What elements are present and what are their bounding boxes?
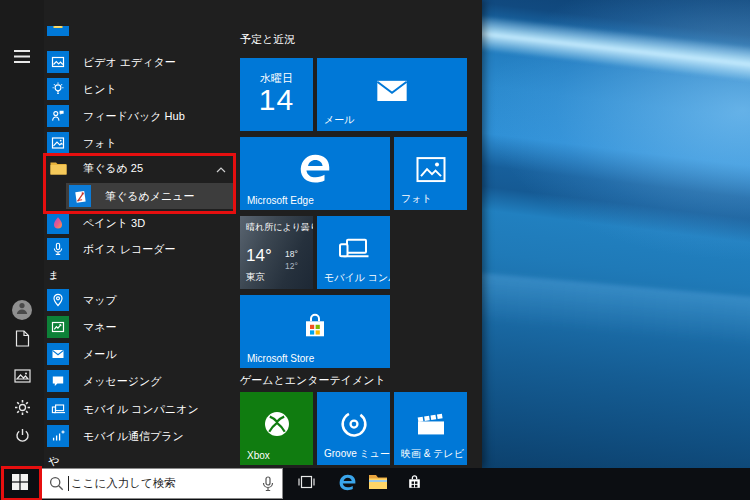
store-taskbar-button[interactable] <box>402 468 427 500</box>
feedback-hub-icon <box>47 105 69 127</box>
tile-xbox[interactable]: Xbox <box>240 392 313 465</box>
app-item-messaging[interactable]: メッセージング <box>44 368 236 394</box>
app-item-label: モバイル通信プラン <box>83 429 184 444</box>
app-item-photos[interactable]: フォト <box>44 130 236 156</box>
search-placeholder: ここに入力して検索 <box>71 476 176 491</box>
microphone-icon[interactable] <box>262 476 274 492</box>
store-bag-icon <box>299 312 331 346</box>
app-item-mobile-companion[interactable]: モバイル コンパニオン <box>44 396 236 422</box>
taskbar: ここに入力して検索 <box>0 468 750 500</box>
app-item-label: メッセージング <box>83 374 162 389</box>
app-item-label: マネー <box>83 320 117 335</box>
xbox-logo-icon <box>261 408 293 444</box>
tile-label: 映画 & テレビ <box>401 447 464 461</box>
weather-city: 東京 <box>246 271 265 284</box>
tile-weather[interactable]: 晴れ所により曇り 14° 18° 12° 東京 <box>240 216 313 289</box>
cropped-app-icon <box>47 26 69 36</box>
edge-taskbar-button[interactable] <box>335 468 360 500</box>
folder-icon <box>47 157 69 179</box>
tile-calendar[interactable]: 水曜日 14 <box>240 58 313 131</box>
weather-temp: 14° <box>246 246 272 266</box>
task-view-button[interactable] <box>294 468 319 500</box>
messaging-icon <box>47 370 69 392</box>
chevron-up-icon <box>216 159 226 177</box>
paint-3d-icon <box>47 212 69 234</box>
app-item-label: モバイル コンパニオン <box>83 402 199 417</box>
section-header-ma[interactable]: ま <box>48 262 59 288</box>
tips-icon <box>47 78 69 100</box>
app-item-maps[interactable]: マップ <box>44 287 236 313</box>
file-explorer-button[interactable] <box>365 468 390 500</box>
app-item-video-editor[interactable]: ビデオ エディター <box>44 49 236 75</box>
section-header-ya[interactable]: や <box>48 448 59 468</box>
text-cursor <box>68 476 69 491</box>
tile-label: Microsoft Edge <box>247 195 314 206</box>
tile-store[interactable]: Microsoft Store <box>240 295 390 368</box>
calendar-date: 14 <box>240 83 313 117</box>
voice-recorder-icon <box>47 238 69 260</box>
groove-music-icon <box>338 408 370 444</box>
photos-icon <box>47 132 69 154</box>
app-item-fudegurume-folder[interactable]: 筆ぐるめ 25 <box>44 155 236 181</box>
tile-label: メール <box>324 113 354 127</box>
app-item-label: ボイス レコーダー <box>83 242 176 257</box>
tile-label: フォト <box>401 192 432 206</box>
app-item-fudegurume-menu[interactable]: 筆ぐるめメニュー <box>66 183 234 209</box>
task-view-icon <box>298 475 315 493</box>
app-item-voice-recorder[interactable]: ボイス レコーダー <box>44 236 236 262</box>
app-item-label: フィードバック Hub <box>83 109 185 124</box>
app-item-mobile-plans[interactable]: モバイル通信プラン <box>44 423 236 449</box>
app-item-label: メール <box>83 347 117 362</box>
movies-tv-clapper-icon <box>415 410 447 442</box>
tile-groove[interactable]: Groove ミュージ... <box>317 392 390 465</box>
app-item-label: 筆ぐるめ 25 <box>83 161 143 176</box>
search-icon <box>49 476 64 491</box>
windows-logo-icon <box>12 474 28 494</box>
app-item-money[interactable]: マネー <box>44 314 236 340</box>
mail-tile-icon <box>376 79 408 105</box>
app-item-mail[interactable]: メール <box>44 341 236 367</box>
app-item-label: ビデオ エディター <box>83 55 176 70</box>
weather-condition: 晴れ所により曇り <box>246 221 313 234</box>
start-menu: ビデオ エディター ヒント フィードバック Hub フォト <box>0 0 482 468</box>
tile-mail[interactable]: メール <box>317 58 467 131</box>
screen: ビデオ エディター ヒント フィードバック Hub フォト <box>0 0 750 500</box>
video-editor-icon <box>47 51 69 73</box>
search-box[interactable]: ここに入力して検索 <box>40 468 283 499</box>
tile-edge[interactable]: Microsoft Edge <box>240 137 390 210</box>
store-icon <box>406 474 423 495</box>
photos-tile-icon <box>416 156 446 186</box>
edge-logo-icon <box>296 149 334 191</box>
maps-icon <box>47 289 69 311</box>
app-item-label: ヒント <box>83 82 117 97</box>
tile-label: モバイル コンパ... <box>324 271 390 285</box>
edge-icon <box>337 472 358 497</box>
app-item-label: 筆ぐるめメニュー <box>105 189 195 204</box>
tile-group-header-1: 予定と近況 <box>240 32 295 47</box>
mobile-companion-icon <box>47 398 69 420</box>
fudegurume-menu-icon <box>69 185 91 207</box>
app-item-label: マップ <box>83 293 117 308</box>
tile-photos[interactable]: フォト <box>394 137 467 210</box>
money-icon <box>47 316 69 338</box>
start-button[interactable] <box>0 468 40 500</box>
app-item-paint-3d[interactable]: ペイント 3D <box>44 210 236 236</box>
weather-low: 12° <box>285 261 298 271</box>
app-item-label: フォト <box>83 136 117 151</box>
weather-high: 18° <box>285 249 298 259</box>
app-list: ビデオ エディター ヒント フィードバック Hub フォト <box>0 26 240 468</box>
tile-mobile-companion[interactable]: モバイル コンパ... <box>317 216 390 289</box>
app-item-tips[interactable]: ヒント <box>44 76 236 102</box>
tile-movies-tv[interactable]: 映画 & テレビ <box>394 392 467 465</box>
tile-label: Groove ミュージ... <box>324 447 390 461</box>
app-item-cropped[interactable] <box>44 26 236 38</box>
app-item-label: ペイント 3D <box>83 216 145 231</box>
file-explorer-icon <box>368 474 388 494</box>
tile-group-header-2: ゲームとエンターテイメント <box>240 373 386 388</box>
app-item-feedback-hub[interactable]: フィードバック Hub <box>44 103 236 129</box>
tile-label: Microsoft Store <box>247 353 314 364</box>
tile-label: Xbox <box>247 450 270 461</box>
mobile-companion-tile-icon <box>337 236 371 264</box>
mobile-plans-icon <box>47 425 69 447</box>
mail-icon <box>47 343 69 365</box>
